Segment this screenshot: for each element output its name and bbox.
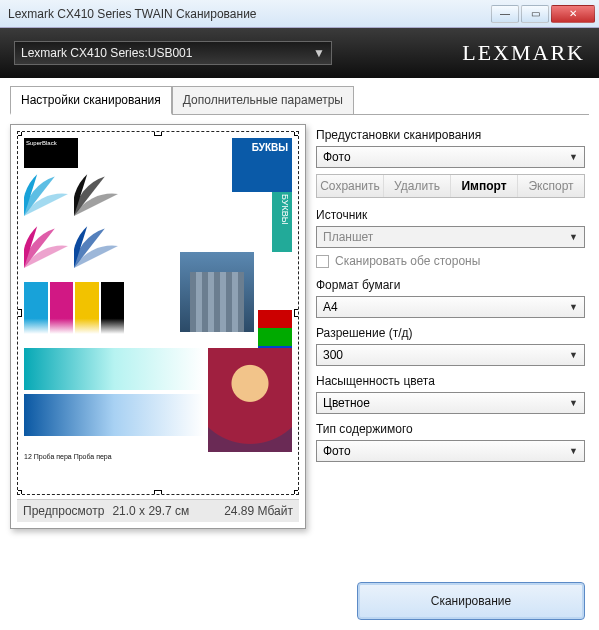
chevron-down-icon: ▼ <box>569 446 578 456</box>
content-area: SuperBlack БУКВЫ БУКВЫ 12 Проба пера Про… <box>0 116 599 537</box>
tab-scan-settings[interactable]: Настройки сканирования <box>10 86 172 115</box>
preview-text-strip: БУКВЫ <box>232 138 292 192</box>
preview-bars <box>24 282 124 334</box>
paper-value: A4 <box>323 300 338 314</box>
preview-photo <box>180 252 254 332</box>
preview-filesize: 24.89 Мбайт <box>224 504 293 518</box>
preview-bottom-text: 12 Проба пера Проба пера <box>24 452 292 488</box>
titlebar: Lexmark CX410 Series TWAIN Сканирование … <box>0 0 599 28</box>
settings-panel: Предустановки сканирования Фото ▼ Сохран… <box>316 124 589 529</box>
chevron-down-icon: ▼ <box>569 152 578 162</box>
preview-gradient <box>24 394 204 436</box>
preview-meta: Предпросмотр 21.0 x 29.7 см 24.89 Мбайт <box>17 499 299 522</box>
preview-frame: SuperBlack БУКВЫ БУКВЫ 12 Проба пера Про… <box>10 124 306 529</box>
source-label: Источник <box>316 208 585 222</box>
color-fan-icon <box>24 172 68 216</box>
content-type-select[interactable]: Фото ▼ <box>316 440 585 462</box>
paper-select[interactable]: A4 ▼ <box>316 296 585 318</box>
tab-label: Настройки сканирования <box>21 93 161 107</box>
duplex-label: Сканировать обе стороны <box>335 254 480 268</box>
presets-label: Предустановки сканирования <box>316 128 585 142</box>
color-label: Насыщенность цвета <box>316 374 585 388</box>
chevron-down-icon: ▼ <box>569 350 578 360</box>
color-fan-icon <box>24 224 68 268</box>
dpi-label: Разрешение (т/д) <box>316 326 585 340</box>
paper-label: Формат бумаги <box>316 278 585 292</box>
chevron-down-icon: ▼ <box>569 232 578 242</box>
content-type-value: Фото <box>323 444 351 458</box>
brand-logo: LEXMARK <box>462 40 585 66</box>
device-select-value: Lexmark CX410 Series:USB001 <box>21 46 192 60</box>
preview-image: SuperBlack БУКВЫ БУКВЫ 12 Проба пера Про… <box>18 132 298 494</box>
scan-button-label: Сканирование <box>431 594 511 608</box>
source-value: Планшет <box>323 230 373 244</box>
presets-select[interactable]: Фото ▼ <box>316 146 585 168</box>
preview-gradient <box>24 348 204 390</box>
preview-label: Предпросмотр <box>23 504 104 518</box>
content-type-label: Тип содержимого <box>316 422 585 436</box>
color-select[interactable]: Цветное ▼ <box>316 392 585 414</box>
import-preset-button[interactable]: Импорт <box>451 175 518 197</box>
save-preset-button[interactable]: Сохранить <box>317 175 384 197</box>
checkbox-icon <box>316 255 329 268</box>
tab-label: Дополнительные параметры <box>183 93 343 107</box>
crop-marquee[interactable]: SuperBlack БУКВЫ БУКВЫ 12 Проба пера Про… <box>17 131 299 495</box>
preview-person <box>208 348 292 466</box>
duplex-checkbox[interactable]: Сканировать обе стороны <box>316 254 585 268</box>
chevron-down-icon: ▼ <box>313 46 325 60</box>
dpi-value: 300 <box>323 348 343 362</box>
delete-preset-button[interactable]: Удалить <box>384 175 451 197</box>
scan-button[interactable]: Сканирование <box>357 582 585 620</box>
tab-advanced[interactable]: Дополнительные параметры <box>172 86 354 115</box>
maximize-button[interactable]: ▭ <box>521 5 549 23</box>
color-fan-icon <box>74 172 118 216</box>
chevron-down-icon: ▼ <box>569 398 578 408</box>
export-preset-button[interactable]: Экспорт <box>518 175 584 197</box>
dpi-select[interactable]: 300 ▼ <box>316 344 585 366</box>
minimize-button[interactable]: — <box>491 5 519 23</box>
source-select[interactable]: Планшет ▼ <box>316 226 585 248</box>
tab-bar: Настройки сканирования Дополнительные па… <box>0 78 599 115</box>
close-button[interactable]: ✕ <box>551 5 595 23</box>
footer: Сканирование <box>357 582 585 620</box>
preview-text-strip-vert: БУКВЫ <box>272 192 292 252</box>
preview-pane: SuperBlack БУКВЫ БУКВЫ 12 Проба пера Про… <box>10 124 306 529</box>
color-value: Цветное <box>323 396 370 410</box>
preview-dimensions: 21.0 x 29.7 см <box>112 504 189 518</box>
window-title: Lexmark CX410 Series TWAIN Сканирование <box>8 7 489 21</box>
preset-buttons: Сохранить Удалить Импорт Экспорт <box>316 174 585 198</box>
chevron-down-icon: ▼ <box>569 302 578 312</box>
device-toolbar: Lexmark CX410 Series:USB001 ▼ LEXMARK <box>0 28 599 78</box>
color-fan-icon <box>74 224 118 268</box>
preview-superblack: SuperBlack <box>24 138 78 168</box>
window-buttons: — ▭ ✕ <box>489 5 595 23</box>
presets-value: Фото <box>323 150 351 164</box>
device-select[interactable]: Lexmark CX410 Series:USB001 ▼ <box>14 41 332 65</box>
